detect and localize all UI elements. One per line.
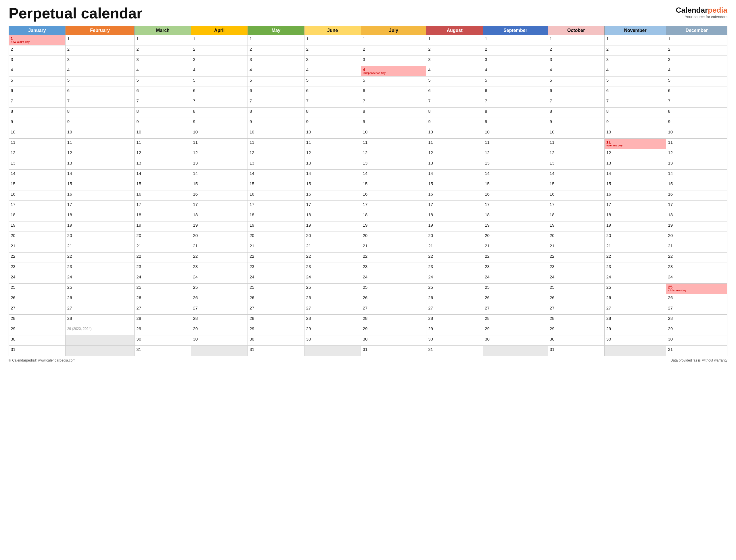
day-number: 24 [606, 274, 611, 279]
day-number: 8 [136, 109, 139, 114]
table-row: 31313131313131 [9, 346, 727, 356]
day-number: 25 [136, 285, 141, 290]
day-number: 10 [363, 129, 368, 134]
calendar-cell: 2 [666, 45, 727, 56]
day-number: 7 [11, 98, 13, 103]
table-row: 151515151515151515151515 [9, 180, 727, 190]
calendar-cell: 28 [483, 315, 548, 325]
calendar-cell: 7 [248, 97, 305, 108]
day-number: 28 [485, 316, 490, 321]
calendar-cell: 11 [65, 139, 134, 149]
day-number: 14 [11, 171, 16, 176]
day-number: 27 [136, 305, 141, 310]
day-number: 23 [550, 264, 555, 269]
calendar-cell: 24 [135, 273, 191, 284]
day-number: 27 [606, 305, 611, 310]
empty-cell [65, 335, 134, 346]
calendar-cell: 15 [361, 180, 426, 190]
calendar-cell: 12 [604, 149, 666, 159]
day-number: 26 [550, 295, 555, 300]
day-number: 2 [363, 47, 365, 51]
calendar-cell: 7 [604, 97, 666, 108]
calendar-cell: 13 [426, 159, 483, 170]
day-number: 29 [136, 326, 141, 331]
month-header-august: August [426, 26, 483, 35]
day-number: 19 [67, 223, 72, 228]
day-number: 21 [606, 243, 611, 248]
day-number: 25 [606, 285, 611, 290]
table-row: 242424242424242424242424 [9, 273, 727, 284]
day-number: 10 [11, 129, 16, 134]
day-number: 10 [193, 129, 198, 134]
calendar-cell: 30 [304, 335, 361, 346]
calendar-cell: 8 [604, 108, 666, 118]
day-number: 19 [193, 223, 198, 228]
day-number: 5 [136, 78, 139, 83]
day-number: 7 [250, 98, 252, 103]
day-number: 13 [606, 160, 611, 165]
calendar-cell: 9 [483, 118, 548, 128]
calendar-cell: 30 [426, 335, 483, 346]
day-number: 20 [306, 233, 311, 238]
day-number: 26 [67, 295, 72, 300]
day-number: 18 [485, 212, 490, 217]
day-number: 23 [363, 264, 368, 269]
day-number: 16 [193, 192, 198, 196]
day-number: 8 [485, 109, 487, 114]
page-header: Perpetual calendar Calendarpedia Your so… [9, 6, 727, 21]
day-number: 12 [606, 150, 611, 155]
calendar-cell: 16 [304, 190, 361, 201]
footer-disclaimer: Data provided 'as is' without warranty [670, 358, 727, 362]
day-number: 21 [136, 243, 141, 248]
day-number: 10 [668, 129, 673, 134]
day-number: 23 [606, 264, 611, 269]
calendar-cell: 11 [248, 139, 305, 149]
calendar-cell: 3 [65, 56, 134, 66]
calendar-cell: 9 [548, 118, 604, 128]
calendar-cell: 8 [191, 108, 248, 118]
day-number: 28 [363, 316, 368, 321]
holiday-cell: 25 Christmas Day [666, 284, 727, 294]
calendar-cell: 16 [191, 190, 248, 201]
calendar-cell: 1 [483, 35, 548, 45]
calendar-cell: 16 [135, 190, 191, 201]
day-number: 17 [67, 202, 72, 207]
day-number: 25 [67, 285, 72, 290]
calendar-cell: 22 [135, 253, 191, 263]
calendar-cell: 31 [548, 346, 604, 356]
month-header-april: April [191, 26, 248, 35]
calendar-cell: 16 [248, 190, 305, 201]
calendar-cell: 24 [304, 273, 361, 284]
calendar-cell: 31 [666, 346, 727, 356]
calendar-cell: 26 [248, 294, 305, 304]
day-number: 20 [193, 233, 198, 238]
day-number: 15 [485, 181, 490, 186]
calendar-cell: 21 [426, 242, 483, 253]
day-number: 6 [11, 88, 13, 93]
day-number: 25 [193, 285, 198, 290]
day-number: 29 [363, 326, 368, 331]
day-number: 17 [363, 202, 368, 207]
day-number: 8 [668, 109, 670, 114]
month-header-february: February [65, 26, 134, 35]
calendar-cell: 30 [191, 335, 248, 346]
day-number: 18 [363, 212, 368, 217]
day-number: 30 [363, 337, 368, 341]
calendar-cell: 27 [65, 304, 134, 315]
day-number: 1 [193, 36, 195, 41]
day-number: 9 [193, 119, 195, 124]
day-number: 19 [136, 223, 141, 228]
calendar-cell: 15 [135, 180, 191, 190]
calendar-cell: 25 [426, 284, 483, 294]
day-number: 5 [428, 78, 430, 83]
day-number: 10 [136, 129, 141, 134]
day-number: 15 [668, 181, 673, 186]
day-number: 27 [67, 305, 72, 310]
day-number: 4 [136, 67, 139, 72]
day-number: 27 [428, 305, 433, 310]
calendar-cell: 14 [304, 170, 361, 180]
day-number: 19 [485, 223, 490, 228]
month-header-january: January [9, 26, 66, 35]
calendar-cell: 8 [548, 108, 604, 118]
calendar-cell: 19 [248, 221, 305, 232]
